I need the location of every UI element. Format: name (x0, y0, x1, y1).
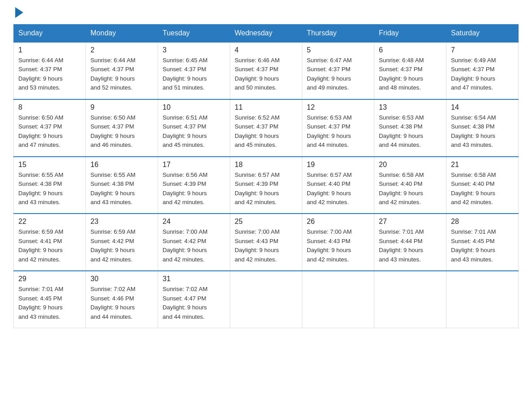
day-info: Sunrise: 7:02 AMSunset: 4:47 PMDaylight:… (163, 285, 225, 321)
calendar-day-cell: 28Sunrise: 7:01 AMSunset: 4:45 PMDayligh… (446, 214, 519, 271)
calendar-day-cell: 30Sunrise: 7:02 AMSunset: 4:46 PMDayligh… (86, 271, 158, 328)
day-number: 2 (90, 46, 153, 54)
calendar-day-cell: 29Sunrise: 7:01 AMSunset: 4:45 PMDayligh… (14, 271, 86, 328)
day-number: 13 (379, 103, 442, 111)
calendar-week-row: 1Sunrise: 6:44 AMSunset: 4:37 PMDaylight… (14, 42, 519, 99)
calendar-empty-cell (230, 271, 302, 328)
calendar-day-cell: 12Sunrise: 6:53 AMSunset: 4:37 PMDayligh… (302, 99, 374, 157)
day-info: Sunrise: 6:54 AMSunset: 4:38 PMDaylight:… (451, 113, 514, 150)
day-info: Sunrise: 6:59 AMSunset: 4:41 PMDaylight:… (18, 227, 81, 264)
calendar-day-cell: 24Sunrise: 7:00 AMSunset: 4:42 PMDayligh… (158, 214, 230, 271)
calendar-day-cell: 9Sunrise: 6:50 AMSunset: 4:37 PMDaylight… (86, 99, 158, 157)
calendar-table: SundayMondayTuesdayWednesdayThursdayFrid… (13, 24, 519, 328)
day-number: 30 (90, 275, 153, 283)
column-header-saturday: Saturday (446, 25, 519, 43)
day-info: Sunrise: 6:51 AMSunset: 4:37 PMDaylight:… (163, 113, 225, 150)
day-number: 22 (18, 218, 81, 226)
day-number: 23 (90, 218, 153, 226)
day-info: Sunrise: 6:58 AMSunset: 4:40 PMDaylight:… (379, 171, 442, 207)
calendar-day-cell: 6Sunrise: 6:48 AMSunset: 4:37 PMDaylight… (374, 42, 446, 99)
day-info: Sunrise: 6:56 AMSunset: 4:39 PMDaylight:… (163, 171, 225, 207)
calendar-day-cell: 7Sunrise: 6:49 AMSunset: 4:37 PMDaylight… (446, 42, 519, 99)
calendar-day-cell: 3Sunrise: 6:45 AMSunset: 4:37 PMDaylight… (158, 42, 230, 99)
calendar-week-row: 29Sunrise: 7:01 AMSunset: 4:45 PMDayligh… (14, 271, 519, 328)
calendar-day-cell: 25Sunrise: 7:00 AMSunset: 4:43 PMDayligh… (230, 214, 302, 271)
day-info: Sunrise: 6:44 AMSunset: 4:37 PMDaylight:… (90, 56, 153, 93)
day-info: Sunrise: 6:50 AMSunset: 4:37 PMDaylight:… (18, 113, 81, 150)
day-number: 19 (307, 161, 369, 169)
day-info: Sunrise: 6:57 AMSunset: 4:40 PMDaylight:… (307, 171, 369, 207)
column-header-tuesday: Tuesday (158, 25, 230, 43)
calendar-day-cell: 14Sunrise: 6:54 AMSunset: 4:38 PMDayligh… (446, 99, 519, 157)
day-info: Sunrise: 7:01 AMSunset: 4:45 PMDaylight:… (451, 227, 514, 264)
logo-arrow-icon (15, 7, 23, 18)
column-header-monday: Monday (86, 25, 158, 43)
day-number: 28 (451, 218, 514, 226)
day-number: 17 (163, 161, 225, 169)
day-number: 11 (235, 103, 297, 111)
day-info: Sunrise: 6:52 AMSunset: 4:37 PMDaylight:… (235, 113, 297, 150)
day-info: Sunrise: 6:55 AMSunset: 4:38 PMDaylight:… (90, 171, 153, 207)
calendar-day-cell: 1Sunrise: 6:44 AMSunset: 4:37 PMDaylight… (14, 42, 86, 99)
day-info: Sunrise: 7:01 AMSunset: 4:44 PMDaylight:… (379, 227, 442, 264)
calendar-day-cell: 10Sunrise: 6:51 AMSunset: 4:37 PMDayligh… (158, 99, 230, 157)
day-info: Sunrise: 6:57 AMSunset: 4:39 PMDaylight:… (235, 171, 297, 207)
calendar-day-cell: 18Sunrise: 6:57 AMSunset: 4:39 PMDayligh… (230, 157, 302, 214)
page-header (13, 9, 519, 16)
day-info: Sunrise: 7:01 AMSunset: 4:45 PMDaylight:… (18, 285, 81, 321)
day-info: Sunrise: 6:59 AMSunset: 4:42 PMDaylight:… (90, 227, 153, 264)
day-number: 25 (235, 218, 297, 226)
calendar-header-row: SundayMondayTuesdayWednesdayThursdayFrid… (14, 25, 519, 43)
logo (13, 9, 23, 16)
day-number: 14 (451, 103, 514, 111)
calendar-day-cell: 27Sunrise: 7:01 AMSunset: 4:44 PMDayligh… (374, 214, 446, 271)
day-number: 4 (235, 46, 297, 54)
day-number: 24 (163, 218, 225, 226)
calendar-day-cell: 19Sunrise: 6:57 AMSunset: 4:40 PMDayligh… (302, 157, 374, 214)
calendar-day-cell: 5Sunrise: 6:47 AMSunset: 4:37 PMDaylight… (302, 42, 374, 99)
calendar-day-cell: 13Sunrise: 6:53 AMSunset: 4:38 PMDayligh… (374, 99, 446, 157)
column-header-friday: Friday (374, 25, 446, 43)
day-info: Sunrise: 6:53 AMSunset: 4:38 PMDaylight:… (379, 113, 442, 150)
day-info: Sunrise: 6:47 AMSunset: 4:37 PMDaylight:… (307, 56, 369, 93)
day-info: Sunrise: 7:02 AMSunset: 4:46 PMDaylight:… (90, 285, 153, 321)
column-header-thursday: Thursday (302, 25, 374, 43)
day-number: 20 (379, 161, 442, 169)
calendar-day-cell: 21Sunrise: 6:58 AMSunset: 4:40 PMDayligh… (446, 157, 519, 214)
day-info: Sunrise: 6:55 AMSunset: 4:38 PMDaylight:… (18, 171, 81, 207)
day-number: 29 (18, 275, 81, 283)
day-number: 6 (379, 46, 442, 54)
day-info: Sunrise: 6:49 AMSunset: 4:37 PMDaylight:… (451, 56, 514, 93)
calendar-day-cell: 16Sunrise: 6:55 AMSunset: 4:38 PMDayligh… (86, 157, 158, 214)
day-info: Sunrise: 6:48 AMSunset: 4:37 PMDaylight:… (379, 56, 442, 93)
day-info: Sunrise: 7:00 AMSunset: 4:43 PMDaylight:… (307, 227, 369, 264)
day-info: Sunrise: 6:44 AMSunset: 4:37 PMDaylight:… (18, 56, 81, 93)
day-number: 31 (163, 275, 225, 283)
day-info: Sunrise: 6:53 AMSunset: 4:37 PMDaylight:… (307, 113, 369, 150)
calendar-day-cell: 8Sunrise: 6:50 AMSunset: 4:37 PMDaylight… (14, 99, 86, 157)
calendar-day-cell: 11Sunrise: 6:52 AMSunset: 4:37 PMDayligh… (230, 99, 302, 157)
day-number: 27 (379, 218, 442, 226)
calendar-day-cell: 17Sunrise: 6:56 AMSunset: 4:39 PMDayligh… (158, 157, 230, 214)
day-number: 15 (18, 161, 81, 169)
day-info: Sunrise: 7:00 AMSunset: 4:43 PMDaylight:… (235, 227, 297, 264)
day-number: 16 (90, 161, 153, 169)
calendar-day-cell: 31Sunrise: 7:02 AMSunset: 4:47 PMDayligh… (158, 271, 230, 328)
calendar-day-cell: 23Sunrise: 6:59 AMSunset: 4:42 PMDayligh… (86, 214, 158, 271)
day-number: 5 (307, 46, 369, 54)
day-info: Sunrise: 6:45 AMSunset: 4:37 PMDaylight:… (163, 56, 225, 93)
calendar-week-row: 8Sunrise: 6:50 AMSunset: 4:37 PMDaylight… (14, 99, 519, 157)
calendar-day-cell: 15Sunrise: 6:55 AMSunset: 4:38 PMDayligh… (14, 157, 86, 214)
day-number: 9 (90, 103, 153, 111)
day-number: 18 (235, 161, 297, 169)
column-header-sunday: Sunday (14, 25, 86, 43)
calendar-day-cell: 26Sunrise: 7:00 AMSunset: 4:43 PMDayligh… (302, 214, 374, 271)
day-number: 12 (307, 103, 369, 111)
day-info: Sunrise: 7:00 AMSunset: 4:42 PMDaylight:… (163, 227, 225, 264)
day-number: 3 (163, 46, 225, 54)
day-number: 8 (18, 103, 81, 111)
calendar-week-row: 15Sunrise: 6:55 AMSunset: 4:38 PMDayligh… (14, 157, 519, 214)
calendar-day-cell: 2Sunrise: 6:44 AMSunset: 4:37 PMDaylight… (86, 42, 158, 99)
day-info: Sunrise: 6:46 AMSunset: 4:37 PMDaylight:… (235, 56, 297, 93)
day-number: 7 (451, 46, 514, 54)
